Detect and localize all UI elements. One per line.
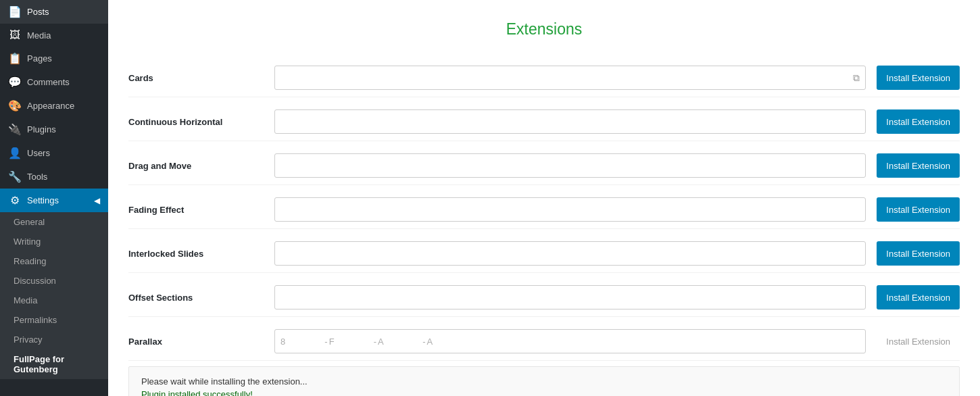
extension-row-interlocked-slides: Interlocked SlidesInstall Extension bbox=[128, 234, 960, 273]
extension-input-drag-and-move[interactable] bbox=[280, 161, 860, 171]
extension-label-continuous-horizontal: Continuous Horizontal bbox=[128, 117, 264, 127]
status-line-2: Plugin installed successfully! bbox=[141, 389, 947, 396]
submenu-media[interactable]: Media bbox=[0, 291, 108, 310]
sidebar-label-appearance: Appearance bbox=[27, 101, 74, 111]
extension-label-offset-sections: Offset Sections bbox=[128, 293, 264, 303]
sidebar-label-media: Media bbox=[27, 30, 51, 41]
settings-submenu: General Writing Reading Discussion Media… bbox=[0, 212, 108, 379]
submenu-privacy[interactable]: Privacy bbox=[0, 330, 108, 349]
install-btn-offset-sections[interactable]: Install Extension bbox=[877, 285, 960, 310]
submenu-permalinks[interactable]: Permalinks bbox=[0, 310, 108, 330]
extension-row-continuous-horizontal: Continuous HorizontalInstall Extension bbox=[128, 103, 960, 141]
sidebar-item-media[interactable]: 🖼 Media bbox=[0, 24, 108, 47]
sidebar-label-posts: Posts bbox=[27, 7, 49, 17]
sidebar-item-tools[interactable]: 🔧 Tools bbox=[0, 165, 108, 189]
plugins-icon: 🔌 bbox=[8, 123, 22, 136]
submenu-general[interactable]: General bbox=[0, 212, 108, 232]
sidebar-item-appearance[interactable]: 🎨 Appearance bbox=[0, 94, 108, 118]
install-btn-interlocked-slides[interactable]: Install Extension bbox=[877, 241, 960, 266]
pages-icon: 📋 bbox=[8, 52, 22, 65]
sidebar-item-posts[interactable]: 📄 Posts bbox=[0, 0, 108, 24]
sidebar-label-plugins: Plugins bbox=[27, 124, 56, 134]
posts-icon: 📄 bbox=[8, 5, 22, 18]
extension-input-wrap-parallax bbox=[274, 329, 866, 353]
status-box: Please wait while installing the extensi… bbox=[128, 366, 960, 396]
content-area: Extensions Cards⧉Install ExtensionContin… bbox=[108, 0, 980, 396]
sidebar-item-settings[interactable]: ⚙ Settings ◀ bbox=[0, 189, 108, 212]
page-title: Extensions bbox=[128, 14, 960, 39]
clipboard-icon-cards: ⧉ bbox=[853, 72, 860, 84]
extension-label-interlocked-slides: Interlocked Slides bbox=[128, 249, 264, 259]
install-btn-parallax: Install Extension bbox=[877, 329, 960, 353]
sidebar-item-comments[interactable]: 💬 Comments bbox=[0, 70, 108, 94]
sidebar-item-plugins[interactable]: 🔌 Plugins bbox=[0, 118, 108, 141]
users-icon: 👤 bbox=[8, 147, 22, 159]
extension-row-offset-sections: Offset SectionsInstall Extension bbox=[128, 278, 960, 317]
main-content: Extensions Cards⧉Install ExtensionContin… bbox=[108, 0, 980, 396]
extension-input-wrap-continuous-horizontal bbox=[274, 109, 866, 134]
extension-input-wrap-offset-sections bbox=[274, 285, 866, 310]
sidebar-label-tools: Tools bbox=[27, 172, 47, 182]
extension-input-wrap-drag-and-move bbox=[274, 153, 866, 178]
submenu-fullpage[interactable]: FullPage for Gutenberg bbox=[0, 349, 108, 379]
media-icon: 🖼 bbox=[8, 29, 22, 41]
extension-input-wrap-fading-effect bbox=[274, 197, 866, 222]
sidebar-label-users: Users bbox=[27, 148, 50, 158]
sidebar: 📄 Posts 🖼 Media 📋 Pages 💬 Comments 🎨 App… bbox=[0, 0, 108, 396]
sidebar-label-settings: Settings bbox=[27, 195, 59, 205]
tools-icon: 🔧 bbox=[8, 170, 22, 183]
install-btn-cards[interactable]: Install Extension bbox=[877, 66, 960, 90]
extension-input-wrap-cards: ⧉ bbox=[274, 66, 866, 90]
extension-input-offset-sections[interactable] bbox=[280, 293, 860, 303]
install-btn-fading-effect[interactable]: Install Extension bbox=[877, 197, 960, 222]
extension-label-cards: Cards bbox=[128, 73, 264, 83]
settings-arrow: ◀ bbox=[94, 196, 100, 205]
extensions-list: Cards⧉Install ExtensionContinuous Horizo… bbox=[128, 59, 960, 361]
sidebar-label-comments: Comments bbox=[27, 77, 70, 87]
install-btn-continuous-horizontal[interactable]: Install Extension bbox=[877, 109, 960, 134]
settings-icon: ⚙ bbox=[8, 194, 22, 207]
sidebar-item-users[interactable]: 👤 Users bbox=[0, 141, 108, 165]
comments-icon: 💬 bbox=[8, 76, 22, 89]
extension-label-parallax: Parallax bbox=[128, 337, 264, 347]
extension-input-cards[interactable] bbox=[280, 73, 860, 83]
extension-input-interlocked-slides[interactable] bbox=[280, 249, 860, 259]
extension-label-fading-effect: Fading Effect bbox=[128, 205, 264, 215]
extension-input-continuous-horizontal[interactable] bbox=[280, 117, 860, 127]
extension-row-fading-effect: Fading EffectInstall Extension bbox=[128, 191, 960, 229]
status-line-1: Please wait while installing the extensi… bbox=[141, 376, 947, 387]
extension-row-cards: Cards⧉Install Extension bbox=[128, 59, 960, 97]
sidebar-label-pages: Pages bbox=[27, 53, 52, 64]
extension-row-parallax: ParallaxInstall Extension bbox=[128, 322, 960, 361]
appearance-icon: 🎨 bbox=[8, 99, 22, 112]
extension-input-wrap-interlocked-slides bbox=[274, 241, 866, 266]
extension-row-drag-and-move: Drag and MoveInstall Extension bbox=[128, 147, 960, 185]
submenu-discussion[interactable]: Discussion bbox=[0, 271, 108, 291]
extension-label-drag-and-move: Drag and Move bbox=[128, 161, 264, 171]
submenu-reading[interactable]: Reading bbox=[0, 251, 108, 271]
submenu-writing[interactable]: Writing bbox=[0, 232, 108, 251]
extension-input-parallax[interactable] bbox=[280, 337, 860, 347]
install-btn-drag-and-move[interactable]: Install Extension bbox=[877, 153, 960, 178]
extension-input-fading-effect[interactable] bbox=[280, 205, 860, 215]
sidebar-item-pages[interactable]: 📋 Pages bbox=[0, 47, 108, 70]
